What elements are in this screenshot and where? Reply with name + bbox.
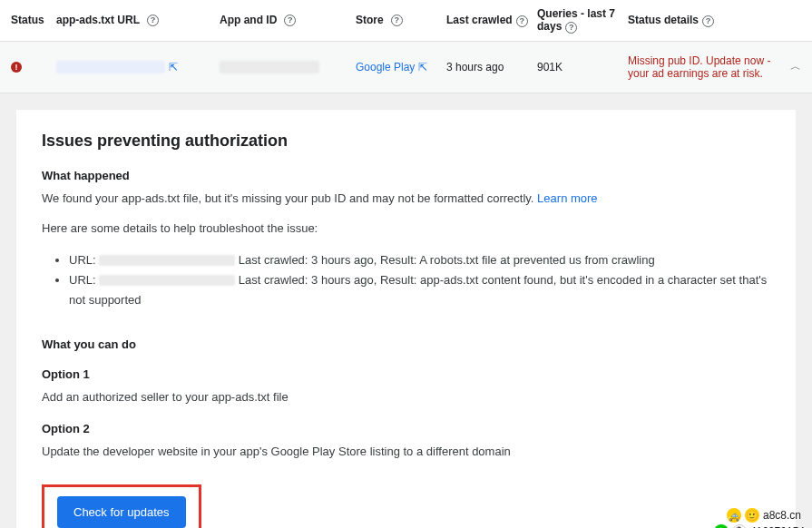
troubleshoot-intro: Here are some details to help troublesho…: [42, 220, 770, 238]
header-details: Status details?: [628, 14, 801, 27]
external-link-icon[interactable]: ⇱: [169, 61, 178, 73]
status-detail-text: Missing pub ID. Update now - your ad ear…: [628, 54, 773, 80]
card-title: Issues preventing authorization: [42, 132, 770, 151]
highlighted-button-frame: Check for updates: [42, 484, 201, 528]
header-app: App and ID?: [220, 14, 356, 26]
table-header-row: Status app-ads.txt URL? App and ID? Stor…: [0, 0, 812, 42]
avatar-icon: 🙂: [745, 508, 759, 523]
issue-list: URL: Last crawled: 3 hours ago, Result: …: [42, 250, 770, 310]
help-icon[interactable]: ?: [516, 15, 528, 27]
redacted-url: [99, 255, 235, 266]
issue-card: Issues preventing authorization What hap…: [16, 110, 796, 529]
queries-value: 901K: [537, 61, 628, 73]
header-status: Status: [11, 14, 56, 26]
wechat-icon: ✆: [714, 524, 729, 528]
redacted-app: [220, 61, 319, 73]
avatar-icon: 🚕: [727, 508, 741, 523]
header-crawled: Last crawled?: [446, 14, 537, 27]
header-url: app-ads.txt URL?: [56, 14, 220, 26]
crawled-value: 3 hours ago: [446, 61, 537, 73]
option1-heading: Option 1: [42, 367, 770, 381]
option2-text: Update the developer website in your app…: [42, 443, 770, 461]
watermark-footer-2: ✆ 🐧 416070154: [714, 524, 805, 528]
list-item: URL: Last crawled: 3 hours ago, Result: …: [69, 250, 770, 270]
qq-icon: 🐧: [732, 524, 747, 528]
table-row[interactable]: ! ⇱ Google Play⇱ 3 hours ago 901K Missin…: [0, 42, 812, 93]
help-icon[interactable]: ?: [565, 22, 577, 34]
option2-heading: Option 2: [42, 422, 770, 435]
help-icon[interactable]: ?: [284, 15, 296, 26]
header-store: Store?: [356, 14, 446, 26]
footer-domain: a8c8.cn: [763, 509, 801, 522]
chevron-up-icon[interactable]: ︿: [790, 59, 801, 74]
help-icon[interactable]: ?: [147, 15, 159, 26]
what-happened-heading: What happened: [42, 169, 770, 182]
list-item: URL: Last crawled: 3 hours ago, Result: …: [69, 270, 770, 310]
header-queries: Queries - last 7 days?: [537, 7, 628, 34]
what-can-do-heading: What you can do: [42, 337, 770, 351]
watermark-footer: 🚕 🙂 a8c8.cn: [727, 508, 805, 523]
option1-text: Add an authorized seller to your app-ads…: [42, 388, 770, 406]
error-icon: !: [11, 62, 22, 73]
status-table: Status app-ads.txt URL? App and ID? Stor…: [0, 0, 812, 93]
check-updates-button[interactable]: Check for updates: [57, 496, 186, 528]
store-link[interactable]: Google Play: [356, 61, 415, 73]
help-icon[interactable]: ?: [702, 15, 714, 27]
external-link-icon[interactable]: ⇱: [418, 61, 427, 73]
redacted-url: [99, 275, 235, 286]
what-happened-text: We found your app-ads.txt file, but it's…: [42, 190, 770, 208]
redacted-url: [56, 61, 165, 73]
learn-more-link[interactable]: Learn more: [537, 191, 597, 205]
help-icon[interactable]: ?: [391, 15, 403, 26]
